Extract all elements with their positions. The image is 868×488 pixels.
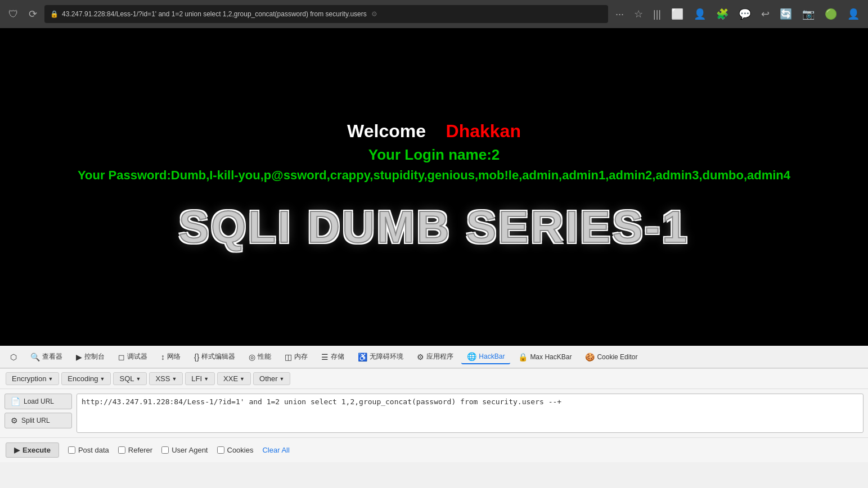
sql-label: SQL [119, 374, 134, 383]
tab-application[interactable]: ⚙ 应用程序 [411, 350, 459, 364]
tab-debugger[interactable]: ◻ 调试器 [113, 350, 153, 364]
performance-icon: ◎ [249, 353, 255, 362]
grid-icon: ⚙ [371, 10, 377, 18]
user-agent-label: User Agent [172, 446, 208, 454]
clear-all-button[interactable]: Clear All [262, 446, 289, 454]
reload-icon[interactable]: ⟳ [26, 7, 40, 21]
xxe-label: XXE [223, 374, 238, 383]
encryption-menu[interactable]: Encryption ▼ [6, 372, 59, 385]
lfi-menu[interactable]: LFI ▼ [185, 372, 215, 385]
network-icon: ↕ [161, 353, 165, 362]
more-options-icon[interactable]: ··· [613, 7, 627, 21]
referer-checkbox[interactable] [118, 446, 125, 454]
profile-icon[interactable]: 🟢 [822, 7, 840, 21]
other-arrow: ▼ [280, 376, 285, 382]
tab-max-hackbar[interactable]: 🔒 Max HacKBar [512, 350, 577, 364]
hackbar-menu: Encryption ▼ Encoding ▼ SQL ▼ XSS ▼ LFI … [0, 369, 868, 389]
tab-cookie-editor[interactable]: 🍪 Cookie Editor [579, 350, 643, 364]
tab-storage[interactable]: ☰ 存储 [316, 350, 350, 364]
load-url-icon: 📄 [11, 397, 20, 406]
screenshot-icon[interactable]: 📷 [799, 7, 817, 21]
tab-network-label: 网络 [167, 352, 181, 362]
tab-icon[interactable]: ⬜ [668, 7, 686, 21]
viewer-icon: 🔍 [30, 353, 40, 362]
tab-performance[interactable]: ◎ 性能 [243, 350, 277, 364]
tab-console[interactable]: ▶ 控制台 [70, 350, 110, 364]
shield-icon: 🛡 [6, 7, 21, 21]
tab-inspector[interactable]: ⬡ [5, 350, 23, 364]
password-text: Your Password:Dumb,I-kill-you,p@ssword,c… [66, 167, 802, 184]
library-icon[interactable]: ||| [650, 7, 664, 21]
tab-accessibility[interactable]: ♿ 无障碍环境 [352, 350, 409, 364]
avatar-icon[interactable]: 👤 [844, 7, 862, 21]
chat-icon[interactable]: 💬 [736, 7, 754, 21]
sql-menu[interactable]: SQL ▼ [113, 372, 147, 385]
execute-button[interactable]: ▶ Execute [6, 442, 59, 458]
devtools-tabs: ⬡ 🔍 查看器 ▶ 控制台 ◻ 调试器 ↕ 网络 {} 样式编辑器 ◎ 性能 ◫… [0, 346, 868, 368]
user-agent-checkbox[interactable] [161, 446, 169, 454]
console-icon: ▶ [76, 353, 82, 362]
tab-network[interactable]: ↕ 网络 [155, 350, 186, 364]
application-icon: ⚙ [417, 353, 424, 362]
execute-play-icon: ▶ [14, 446, 20, 454]
hackbar-footer: ▶ Execute Post data Referer User Agent C… [0, 437, 868, 462]
cookie-icon: 🍪 [585, 353, 595, 362]
account-icon[interactable]: 👤 [691, 7, 709, 21]
encoding-arrow: ▼ [100, 376, 105, 382]
encoding-menu[interactable]: Encoding ▼ [61, 372, 111, 385]
welcome-label: Welcome [347, 121, 426, 141]
tab-cookie-editor-label: Cookie Editor [597, 353, 637, 361]
xxe-menu[interactable]: XXE ▼ [217, 372, 251, 385]
tab-viewer[interactable]: 🔍 查看器 [25, 350, 68, 364]
extension-icon[interactable]: 🧩 [713, 7, 731, 21]
hackbar-globe-icon: 🌐 [467, 352, 476, 361]
lfi-label: LFI [191, 374, 202, 383]
xss-arrow: ▼ [172, 376, 177, 382]
other-menu[interactable]: Other ▼ [253, 372, 290, 385]
address-bar[interactable]: 🔒 43.247.91.228:84/Less-1/?id=1' and 1=2… [44, 5, 608, 23]
post-data-checkbox[interactable] [68, 446, 75, 454]
load-url-label: Load URL [24, 397, 54, 405]
memory-icon: ◫ [285, 353, 292, 362]
tab-style-editor[interactable]: {} 样式编辑器 [188, 350, 241, 364]
referer-label: Referer [128, 446, 152, 454]
back-icon[interactable]: ↩ [758, 7, 772, 21]
tab-hackbar[interactable]: 🌐 HackBar [461, 350, 510, 364]
login-name: Your Login name:2 [368, 146, 500, 164]
url-text: 43.247.91.228:84/Less-1/?id=1' and 1=2 u… [62, 10, 367, 18]
tab-max-hackbar-label: Max HacKBar [530, 353, 572, 361]
hackbar-body: 📄 Load URL ⚙ Split URL [0, 389, 868, 437]
tab-storage-label: 存储 [331, 352, 344, 362]
sqli-title: SQLI DUMB SERIES-1 [179, 201, 690, 253]
lock-icon: 🔒 [50, 10, 59, 18]
url-input[interactable] [77, 394, 863, 433]
sync-icon[interactable]: 🔄 [777, 7, 795, 21]
storage-icon: ☰ [321, 353, 329, 362]
referer-checkbox-container[interactable]: Referer [118, 446, 152, 454]
split-url-button[interactable]: ⚙ Split URL [5, 413, 72, 428]
cookies-checkbox-container[interactable]: Cookies [217, 446, 254, 454]
main-content: Welcome Dhakkan Your Login name:2 Your P… [0, 28, 868, 346]
xss-menu[interactable]: XSS ▼ [149, 372, 183, 385]
user-agent-checkbox-container[interactable]: User Agent [161, 446, 208, 454]
hackbar-url-area [77, 394, 863, 433]
tab-hackbar-label: HackBar [479, 353, 505, 360]
welcome-line: Welcome Dhakkan [347, 121, 521, 142]
browser-chrome: 🛡 ⟳ 🔒 43.247.91.228:84/Less-1/?id=1' and… [0, 0, 868, 28]
max-hackbar-icon: 🔒 [518, 353, 528, 362]
load-url-button[interactable]: 📄 Load URL [5, 394, 72, 409]
tab-memory-label: 内存 [294, 352, 308, 362]
post-data-checkbox-container[interactable]: Post data [68, 446, 109, 454]
cookies-checkbox[interactable] [217, 446, 224, 454]
bookmark-icon[interactable]: ☆ [631, 7, 646, 21]
clear-all-label: Clear All [262, 446, 289, 454]
lfi-arrow: ▼ [204, 376, 209, 382]
xxe-arrow: ▼ [240, 376, 245, 382]
tab-style-label: 样式编辑器 [201, 352, 235, 362]
style-icon: {} [194, 353, 199, 362]
tab-memory[interactable]: ◫ 内存 [279, 350, 313, 364]
execute-label: Execute [23, 446, 51, 454]
tab-accessibility-label: 无障碍环境 [370, 352, 403, 362]
inspector-icon: ⬡ [10, 353, 17, 362]
debugger-icon: ◻ [118, 353, 125, 362]
